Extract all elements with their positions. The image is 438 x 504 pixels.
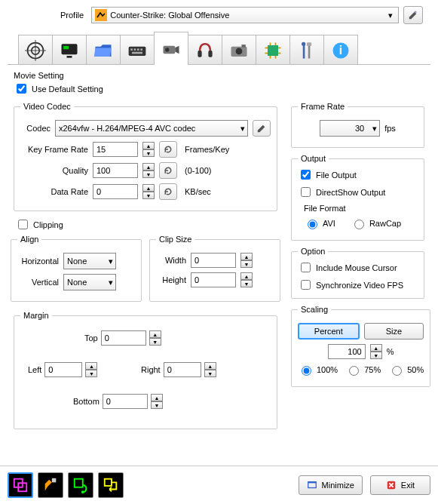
svg-rect-44 <box>308 482 316 484</box>
margin-right-input[interactable] <box>164 362 201 377</box>
svg-rect-10 <box>130 48 133 51</box>
mode-button-2[interactable] <box>38 472 63 498</box>
mouse-cursor-checkbox[interactable]: Include Mouse Cursor <box>298 260 418 275</box>
margin-left-input[interactable] <box>44 362 82 377</box>
scaling-spinner[interactable]: ▲▼ <box>370 344 382 359</box>
frame-rate-select[interactable]: 30▾ <box>320 120 380 137</box>
margin-bottom-spinner[interactable]: ▲▼ <box>151 394 163 409</box>
align-h-select[interactable]: None▾ <box>63 253 116 269</box>
scale-100-radio[interactable]: 100% <box>298 364 338 376</box>
chevron-down-icon: ▾ <box>240 124 245 134</box>
minimize-button[interactable]: Minimize <box>299 475 363 495</box>
mouse-label: Include Mouse Cursor <box>316 263 397 272</box>
data-rate-input[interactable] <box>93 184 138 199</box>
tab-camera[interactable] <box>154 32 188 65</box>
svg-point-20 <box>236 48 243 54</box>
video-codec-group: Video Codec Codec x264vfw - H.264/MPEG-4… <box>14 102 277 211</box>
mode-button-4[interactable] <box>98 472 124 498</box>
tab-monitor[interactable] <box>52 35 87 65</box>
use-default-checkbox[interactable]: Use Default Setting <box>14 81 430 96</box>
margin-top-spinner[interactable]: ▲▼ <box>149 330 161 346</box>
chevron-down-icon: ▾ <box>109 257 113 266</box>
kfr-label: Key Frame Rate <box>20 145 88 154</box>
codec-label: Codec <box>20 124 51 133</box>
scaling-legend: Scaling <box>298 305 331 314</box>
kfr-spinner[interactable]: ▲▼ <box>142 142 155 157</box>
kfr-input[interactable] <box>93 142 138 157</box>
clipping-checkbox[interactable]: Clipping <box>15 217 280 232</box>
clip-h-input[interactable] <box>191 272 236 287</box>
tab-target[interactable] <box>18 35 53 65</box>
margin-top-input[interactable] <box>101 330 146 346</box>
tab-keyboard[interactable] <box>120 35 155 65</box>
clip-h-label: Height <box>156 275 186 284</box>
clip-w-input[interactable] <box>191 253 236 268</box>
scale-100-label: 100% <box>317 365 338 374</box>
margin-top-label: Top <box>84 333 98 343</box>
margin-left-spinner[interactable]: ▲▼ <box>85 362 97 377</box>
svg-rect-18 <box>208 51 212 57</box>
tab-photocam[interactable] <box>222 35 256 65</box>
minimize-label: Minimize <box>322 481 354 490</box>
chevron-down-icon: ▾ <box>384 8 397 23</box>
margin-bottom-label: Bottom <box>73 397 100 406</box>
scaling-group: Scaling Percent Size ▲▼ % 100% 75% 50% <box>291 305 430 387</box>
svg-rect-11 <box>134 48 136 51</box>
margin-left-label: Left <box>28 365 41 374</box>
tab-folder[interactable] <box>86 35 121 65</box>
format-rawcap-radio[interactable]: RawCap <box>351 217 401 229</box>
quality-input[interactable] <box>93 163 138 178</box>
sync-fps-checkbox[interactable]: Synchronize Video FPS <box>298 278 418 292</box>
tab-headset[interactable] <box>188 35 222 65</box>
quality-reset-button[interactable] <box>159 162 177 179</box>
tab-info[interactable]: i <box>323 35 358 65</box>
align-v-select[interactable]: None▾ <box>63 274 116 290</box>
margin-right-label: Right <box>141 365 161 374</box>
file-output-checkbox[interactable]: File Output <box>298 167 418 182</box>
margin-legend: Margin <box>20 311 52 320</box>
kfr-reset-button[interactable] <box>159 141 177 158</box>
directshow-checkbox[interactable]: DirectShow Output <box>298 185 418 199</box>
mode-button-1[interactable] <box>8 472 33 498</box>
scale-75-radio[interactable]: 75% <box>345 364 381 376</box>
frame-rate-group: Frame Rate 30▾ fps <box>291 102 424 148</box>
profile-select[interactable]: Counter-Strike: Global Offensive ▾ <box>91 7 399 23</box>
svg-rect-22 <box>268 45 278 56</box>
clipping-label: Clipping <box>33 220 63 229</box>
movie-setting-title: Movie Setting <box>14 71 430 80</box>
quality-spinner[interactable]: ▲▼ <box>142 163 155 178</box>
scaling-unit: % <box>387 347 394 356</box>
svg-rect-9 <box>129 46 146 55</box>
tab-chip[interactable] <box>256 35 290 65</box>
kfr-unit: Frames/Key <box>185 145 229 154</box>
data-rate-unit: KB/sec <box>185 187 211 196</box>
video-codec-legend: Video Codec <box>20 102 74 111</box>
format-avi-radio[interactable]: AVI <box>304 217 335 229</box>
svg-rect-7 <box>63 45 69 48</box>
svg-rect-13 <box>140 48 142 51</box>
edit-profile-button[interactable] <box>403 6 423 24</box>
clip-h-spinner[interactable]: ▲▼ <box>240 272 253 287</box>
exit-button[interactable]: Exit <box>370 475 430 495</box>
data-rate-reset-button[interactable] <box>159 183 177 200</box>
directshow-label: DirectShow Output <box>316 188 385 197</box>
codec-select[interactable]: x264vfw - H.264/MPEG-4 AVC codec ▾ <box>55 120 248 137</box>
scaling-percent-toggle[interactable]: Percent <box>298 323 360 340</box>
scale-50-radio[interactable]: 50% <box>388 364 424 376</box>
scaling-value-input[interactable] <box>328 344 366 359</box>
option-legend: Option <box>298 247 328 256</box>
svg-rect-42 <box>105 479 112 486</box>
align-h-value: None <box>67 257 87 266</box>
margin-right-spinner[interactable]: ▲▼ <box>204 362 216 377</box>
clip-w-label: Width <box>156 256 186 265</box>
sync-label: Synchronize Video FPS <box>316 281 403 290</box>
mode-button-3[interactable] <box>68 472 93 498</box>
scaling-size-toggle[interactable]: Size <box>364 323 424 340</box>
codec-config-button[interactable] <box>253 120 271 137</box>
svg-rect-39 <box>52 478 57 483</box>
profile-app-icon <box>95 9 107 21</box>
data-rate-spinner[interactable]: ▲▼ <box>142 184 155 199</box>
margin-bottom-input[interactable] <box>103 394 148 409</box>
clip-w-spinner[interactable]: ▲▼ <box>240 253 253 268</box>
tab-tools[interactable] <box>289 35 324 65</box>
